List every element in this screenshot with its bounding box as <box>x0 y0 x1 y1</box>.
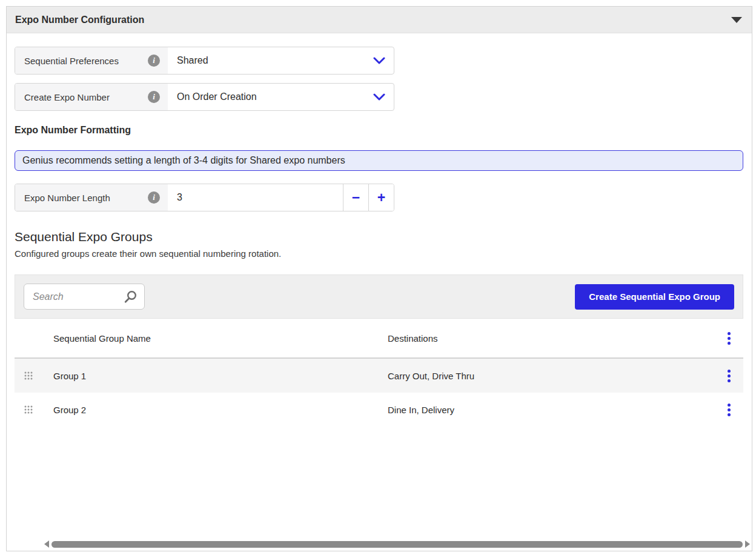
group-name: Group 2 <box>53 405 388 415</box>
create-sequential-expo-group-button[interactable]: Create Sequential Expo Group <box>575 284 734 310</box>
panel-title: Expo Number Configuration <box>15 15 144 25</box>
create-expo-number-value-cell[interactable]: On Order Creation <box>168 84 394 110</box>
column-header-destinations: Destinations <box>388 333 714 344</box>
drag-handle-icon[interactable] <box>15 371 53 380</box>
horizontal-scrollbar <box>44 540 750 548</box>
recommendation-text: Genius recommends setting a length of 3-… <box>22 155 345 166</box>
create-expo-number-dropdown[interactable]: Create Expo Number i On Order Creation <box>15 83 394 111</box>
info-icon[interactable]: i <box>148 55 160 67</box>
table-menu-icon[interactable] <box>724 330 734 347</box>
create-expo-number-label: Create Expo Number <box>24 92 110 102</box>
search-input[interactable] <box>24 291 124 302</box>
expo-number-length-label: Expo Number Length <box>24 193 110 203</box>
drag-handle-icon[interactable] <box>15 405 53 414</box>
scroll-right-arrow-icon[interactable] <box>745 540 750 548</box>
chevron-down-icon <box>373 57 385 64</box>
groups-table-header: Sequential Group Name Destinations <box>15 319 743 359</box>
increment-button[interactable]: + <box>368 184 394 211</box>
row-menu-icon[interactable] <box>724 367 734 385</box>
info-icon[interactable]: i <box>148 91 160 103</box>
expo-number-length-value[interactable]: 3 <box>168 184 343 211</box>
column-header-name: Sequential Group Name <box>53 333 388 344</box>
expo-number-length-field: Expo Number Length i 3 − + <box>15 184 394 211</box>
panel-header[interactable]: Expo Number Configuration <box>7 7 752 33</box>
row-menu-icon[interactable] <box>724 401 734 419</box>
sequential-preferences-value: Shared <box>177 55 208 66</box>
group-destinations: Dine In, Delivery <box>388 405 714 415</box>
sequential-expo-groups-heading: Sequential Expo Groups <box>15 230 744 244</box>
expo-number-length-label-cell: Expo Number Length i <box>15 184 168 211</box>
table-row[interactable]: Group 2 Dine In, Delivery <box>15 393 743 427</box>
panel-content: Sequential Preferences i Shared Create E… <box>7 33 752 551</box>
sequential-preferences-value-cell[interactable]: Shared <box>168 47 394 74</box>
group-destinations: Carry Out, Drive Thru <box>388 371 714 381</box>
collapse-caret-icon[interactable] <box>731 17 742 23</box>
chevron-down-icon <box>373 93 385 101</box>
create-expo-number-label-cell: Create Expo Number i <box>15 84 168 110</box>
recommendation-banner: Genius recommends setting a length of 3-… <box>15 150 743 171</box>
sequential-preferences-dropdown[interactable]: Sequential Preferences i Shared <box>15 47 394 75</box>
expo-number-length-number: 3 <box>177 192 182 203</box>
scrollbar-thumb[interactable] <box>51 541 743 548</box>
groups-toolbar: Create Sequential Expo Group <box>15 274 743 319</box>
create-expo-number-value: On Order Creation <box>177 91 257 102</box>
info-icon[interactable]: i <box>148 191 160 204</box>
group-name: Group 1 <box>53 371 388 381</box>
sequential-expo-groups-description: Configured groups create their own seque… <box>15 248 744 259</box>
search-icon[interactable] <box>124 290 137 304</box>
search-box <box>24 284 145 310</box>
sequential-preferences-label-cell: Sequential Preferences i <box>15 47 168 74</box>
expo-number-formatting-heading: Expo Number Formatting <box>15 125 744 136</box>
scroll-left-arrow-icon[interactable] <box>44 540 49 548</box>
table-row[interactable]: Group 1 Carry Out, Drive Thru <box>15 359 743 393</box>
decrement-button[interactable]: − <box>343 184 368 211</box>
expo-number-configuration-panel: Expo Number Configuration Sequential Pre… <box>6 6 752 551</box>
sequential-preferences-label: Sequential Preferences <box>24 56 119 66</box>
